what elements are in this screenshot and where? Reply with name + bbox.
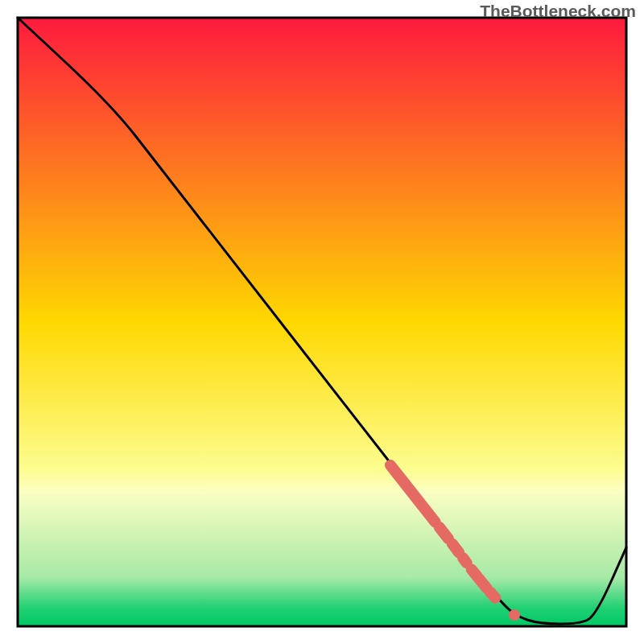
plot-background <box>18 18 626 626</box>
chart-svg <box>0 0 644 644</box>
highlight-dots <box>509 609 520 621</box>
bottleneck-chart: TheBottleneck.com <box>0 0 644 644</box>
highlight-dot <box>509 609 520 621</box>
attribution-label: TheBottleneck.com <box>480 2 636 21</box>
